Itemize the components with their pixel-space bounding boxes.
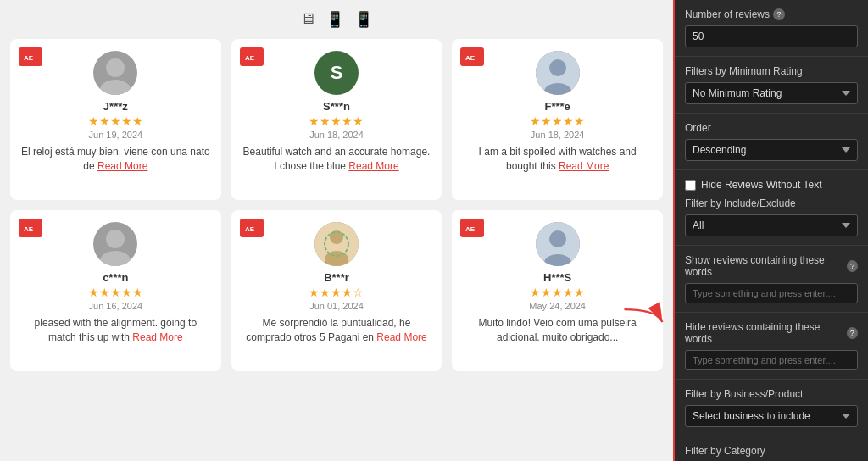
filter-business-select[interactable]: Select business to include [685,405,858,427]
review-text: Me sorprendió la puntualidad, he comprad… [242,316,432,345]
star-rating: ★★★★★ [530,286,585,299]
svg-text:AE: AE [24,54,34,62]
review-date: Jun 18, 2024 [531,130,585,140]
filter-category-section: Filter by Category Select categories to … [675,436,868,461]
filter-business-section: Filter by Business/Product Select busine… [675,380,868,436]
review-card: AE c***n★★★★★Jun 16, 2024pleased with th… [10,210,221,371]
avatar [93,51,137,95]
hide-reviews-checkbox[interactable] [685,180,696,191]
reviewer-name: c***n [103,271,128,284]
star-rating: ★★★★★ [530,114,585,128]
min-rating-label: Filters by Minimum Rating [685,65,858,77]
min-rating-select[interactable]: No Minimum Rating [685,82,858,104]
show-words-header: Show reviews containing these words ? [685,254,858,278]
review-text: El reloj está muy bien, viene con una na… [20,145,211,174]
aliexpress-badge: AE [19,47,42,66]
review-date: Jun 16, 2024 [89,301,143,311]
avatar [536,51,580,95]
filter-include-exclude-select[interactable]: All Include Exclude [685,214,858,236]
order-label: Order [685,122,858,134]
review-date: Jun 19, 2024 [89,130,143,140]
order-section: Order Descending Ascending [675,114,868,170]
svg-point-2 [100,80,131,95]
read-more-link[interactable]: Read More [132,331,182,343]
svg-text:AE: AE [245,54,255,62]
read-more-link[interactable]: Read More [559,160,609,172]
num-reviews-section: Number of reviews ? [675,0,868,57]
svg-text:AE: AE [24,225,34,233]
hide-reviews-section: Hide Reviews Without Text Filter by Incl… [675,170,868,246]
show-words-info-icon[interactable]: ? [847,260,858,272]
review-text: I am a bit spoiled with watches and boug… [462,145,653,174]
aliexpress-badge: AE [19,219,42,237]
review-date: May 24, 2024 [529,301,586,311]
hide-words-input[interactable] [685,350,858,370]
hide-reviews-label[interactable]: Hide Reviews Without Text [701,179,822,191]
num-reviews-input[interactable] [685,25,858,47]
filter-include-exclude-label: Filter by Include/Exclude [685,197,858,209]
aliexpress-badge: AE [460,219,484,237]
num-reviews-info-icon[interactable]: ? [773,8,785,20]
svg-point-6 [549,59,566,76]
avatar [93,222,137,266]
review-date: Jun 18, 2024 [309,130,364,140]
hide-words-label: Hide reviews containing these words [685,321,843,345]
review-card: AE J***z★★★★★Jun 19, 2024El reloj está m… [10,39,221,200]
star-rating: ★★★★★ [88,286,143,299]
review-date: Jun 01, 2024 [309,301,364,311]
review-text: Beautiful watch and an accurate homage. … [242,145,432,174]
hide-words-info-icon[interactable]: ? [847,327,858,339]
hide-words-section: Hide reviews containing these words ? [675,313,868,380]
reviewer-name: F***e [544,100,570,113]
reviewer-name: H***S [543,271,571,284]
star-rating: ★★★★★ [88,114,143,128]
review-card: AE B***r★★★★☆Jun 01, 2024Me sorprendió l… [231,210,442,371]
reviews-grid: AE J***z★★★★★Jun 19, 2024El reloj está m… [10,39,663,371]
filter-category-label: Filter by Category [685,445,858,457]
tablet-icon[interactable]: 📱 [326,10,344,29]
show-words-section: Show reviews containing these words ? [675,246,868,313]
reviewer-name: B***r [324,271,349,284]
show-words-input[interactable] [685,283,858,303]
num-reviews-label: Number of reviews ? [685,8,858,20]
read-more-link[interactable]: Read More [376,331,426,343]
device-bar: 🖥 📱 📱 [10,10,663,29]
svg-point-9 [106,230,125,248]
svg-point-10 [100,251,131,266]
svg-text:AE: AE [465,54,476,62]
read-more-link[interactable]: Read More [348,160,398,172]
aliexpress-badge: AE [460,47,484,66]
min-rating-section: Filters by Minimum Rating No Minimum Rat… [675,57,868,114]
hide-reviews-row: Hide Reviews Without Text [685,179,858,191]
read-more-link[interactable]: Read More [97,160,147,172]
star-rating: ★★★★★ [309,114,364,128]
hide-words-header: Hide reviews containing these words ? [685,321,858,345]
svg-text:AE: AE [465,225,476,233]
reviewer-name: J***z [103,100,128,113]
svg-text:AE: AE [245,225,255,233]
avatar [314,222,359,266]
aliexpress-badge: AE [240,47,264,66]
reviewer-name: S***n [323,100,350,113]
star-rating: ★★★★☆ [309,286,364,299]
svg-point-18 [549,230,566,247]
main-content: 🖥 📱 📱 AE J***z★★★★★Jun 19, 2024El reloj … [0,0,673,461]
review-card: AE F***e★★★★★Jun 18, 2024I am a bit spoi… [452,39,663,200]
show-words-label: Show reviews containing these words [685,254,843,278]
order-select[interactable]: Descending Ascending [685,139,858,161]
review-text: pleased with the alignment. going to mat… [20,316,211,345]
avatar [536,222,580,266]
aliexpress-badge: AE [240,219,264,237]
review-card: AE SS***n★★★★★Jun 18, 2024Beautiful watc… [231,39,442,200]
desktop-icon[interactable]: 🖥 [300,10,315,29]
svg-point-1 [106,58,125,77]
filter-business-label: Filter by Business/Product [685,388,858,400]
avatar: S [314,51,359,95]
arrow-indicator [618,297,669,351]
mobile-icon[interactable]: 📱 [354,10,373,29]
sidebar: Number of reviews ? Filters by Minimum R… [673,0,868,461]
